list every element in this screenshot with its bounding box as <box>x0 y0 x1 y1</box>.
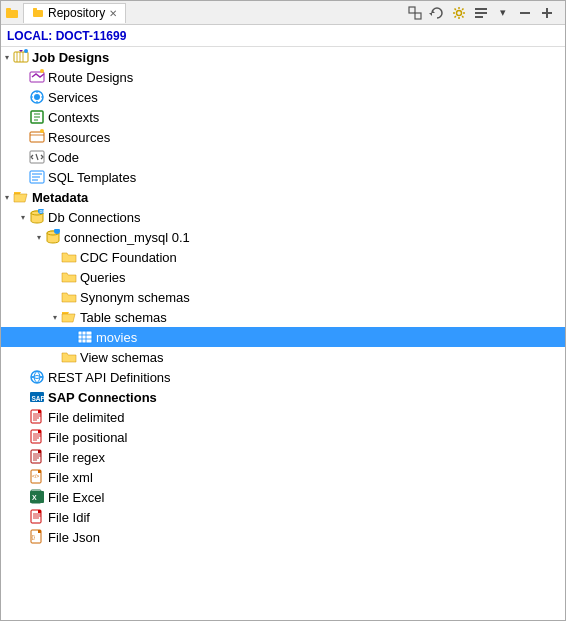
tree-item-file-xml[interactable]: </>File xml <box>1 467 565 487</box>
toolbar-btn-1[interactable] <box>405 3 425 23</box>
item-icon-resource <box>29 129 45 145</box>
tree-item-sap-connections[interactable]: SAPSAP Connections <box>1 387 565 407</box>
tab-icon <box>32 7 44 19</box>
toolbar: ▾ <box>401 3 561 23</box>
item-icon-sql <box>29 169 45 185</box>
tree-item-view-schemas[interactable]: View schemas <box>1 347 565 367</box>
item-label: CDC Foundation <box>80 250 177 265</box>
svg-rect-45 <box>38 450 41 453</box>
item-label: File xml <box>48 470 93 485</box>
tree-item-services[interactable]: Services <box>1 87 565 107</box>
local-label: LOCAL: DOCT-11699 <box>7 29 126 43</box>
tree-item-metadata[interactable]: ▾Metadata <box>1 187 565 207</box>
svg-rect-4 <box>409 7 415 13</box>
item-label: Metadata <box>32 190 88 205</box>
title-tab[interactable]: Repository ✕ <box>23 3 126 23</box>
svg-rect-25 <box>30 132 44 142</box>
tree-item-contexts[interactable]: Contexts <box>1 107 565 127</box>
item-icon-folder-open <box>61 309 77 325</box>
item-label: Synonym schemas <box>80 290 190 305</box>
tree-container[interactable]: ▾Job DesignsRoute DesignsServicesContext… <box>1 47 565 620</box>
tree-item-job-designs[interactable]: ▾Job Designs <box>1 47 565 67</box>
tree-item-route-designs[interactable]: Route Designs <box>1 67 565 87</box>
toolbar-btn-2[interactable] <box>427 3 447 23</box>
svg-point-19 <box>24 49 28 53</box>
tree-item-db-connections[interactable]: ▾DBDb Connections <box>1 207 565 227</box>
tree-item-table-schemas[interactable]: ▾Table schemas <box>1 307 565 327</box>
tree-item-code[interactable]: Code <box>1 147 565 167</box>
item-icon-context <box>29 109 45 125</box>
expand-arrow[interactable]: ▾ <box>17 211 29 223</box>
svg-point-21 <box>40 69 44 73</box>
local-bar: LOCAL: DOCT-11699 <box>1 25 565 47</box>
item-label: Table schemas <box>80 310 167 325</box>
svg-rect-9 <box>475 8 487 10</box>
toolbar-btn-4[interactable] <box>471 3 491 23</box>
svg-rect-2 <box>33 10 43 17</box>
item-icon-rest <box>29 369 45 385</box>
svg-rect-12 <box>520 12 530 14</box>
svg-rect-53 <box>38 510 41 513</box>
item-icon-route <box>29 69 45 85</box>
item-icon-file-del <box>29 409 45 425</box>
tree-item-connection-mysql[interactable]: ▾connection_mysql 0.1 <box>1 227 565 247</box>
tree-item-file-json[interactable]: {}File Json <box>1 527 565 547</box>
item-icon-table <box>77 329 93 345</box>
item-label: movies <box>96 330 137 345</box>
item-icon-file-reg <box>29 449 45 465</box>
item-label: File regex <box>48 450 105 465</box>
svg-marker-7 <box>429 13 432 16</box>
item-label: connection_mysql 0.1 <box>64 230 190 245</box>
svg-rect-56 <box>38 530 41 533</box>
item-icon-db: DB <box>29 209 45 225</box>
item-icon-folder-open <box>13 189 29 205</box>
toolbar-btn-3[interactable] <box>449 3 469 23</box>
toolbar-btn-expand[interactable] <box>537 3 557 23</box>
svg-rect-36 <box>78 331 92 343</box>
tree-item-file-idif[interactable]: File Idif <box>1 507 565 527</box>
item-icon-file-xml: </> <box>29 469 45 485</box>
item-label: REST API Definitions <box>48 370 171 385</box>
title-bar-left: Repository ✕ <box>5 3 126 23</box>
tree-item-file-positional[interactable]: File positional <box>1 427 565 447</box>
svg-rect-11 <box>475 16 483 18</box>
tree-item-rest-api[interactable]: REST API Definitions <box>1 367 565 387</box>
svg-text:SAP: SAP <box>32 395 46 402</box>
item-label: File Json <box>48 530 100 545</box>
svg-rect-5 <box>415 13 421 19</box>
item-label: File Idif <box>48 510 90 525</box>
tree-item-file-excel[interactable]: XFile Excel <box>1 487 565 507</box>
item-icon-code <box>29 149 45 165</box>
tree-item-queries[interactable]: Queries <box>1 267 565 287</box>
tree-item-movies[interactable]: movies <box>1 327 565 347</box>
repository-window: Repository ✕ ▾ <box>0 0 566 621</box>
tab-close[interactable]: ✕ <box>109 8 117 19</box>
item-label: View schemas <box>80 350 164 365</box>
tree-item-sql-templates[interactable]: SQL Templates <box>1 167 565 187</box>
tab-label: Repository <box>48 6 105 20</box>
svg-rect-1 <box>6 8 11 11</box>
expand-arrow[interactable]: ▾ <box>1 191 13 203</box>
item-icon-file-idif <box>29 509 45 525</box>
expand-arrow[interactable]: ▾ <box>33 231 45 243</box>
toolbar-btn-dropdown[interactable]: ▾ <box>493 3 513 23</box>
tree-item-cdc-foundation[interactable]: CDC Foundation <box>1 247 565 267</box>
svg-text:X: X <box>32 494 37 501</box>
tree-item-file-delimited[interactable]: File delimited <box>1 407 565 427</box>
title-bar: Repository ✕ ▾ <box>1 1 565 25</box>
item-label: Code <box>48 150 79 165</box>
item-icon-folder <box>61 289 77 305</box>
item-label: SAP Connections <box>48 390 157 405</box>
tree-item-resources[interactable]: Resources <box>1 127 565 147</box>
svg-rect-43 <box>38 430 41 433</box>
expand-arrow[interactable]: ▾ <box>1 51 13 63</box>
item-label: Resources <box>48 130 110 145</box>
tree-item-synonym-schemas[interactable]: Synonym schemas <box>1 287 565 307</box>
expand-arrow[interactable]: ▾ <box>49 311 61 323</box>
svg-point-37 <box>31 371 43 383</box>
item-label: File Excel <box>48 490 104 505</box>
toolbar-btn-collapse[interactable] <box>515 3 535 23</box>
svg-rect-3 <box>33 8 37 11</box>
svg-rect-41 <box>38 410 41 413</box>
tree-item-file-regex[interactable]: File regex <box>1 447 565 467</box>
